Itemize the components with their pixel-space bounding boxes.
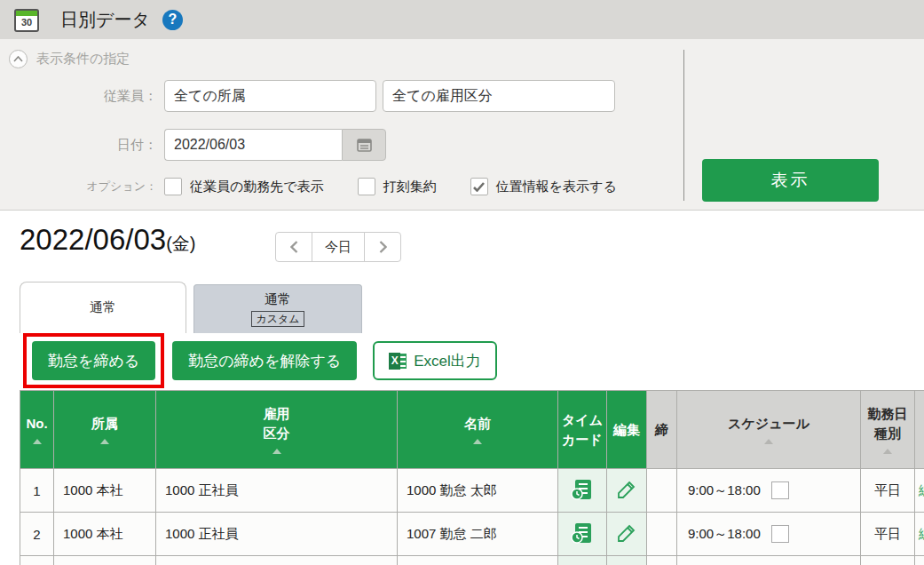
employment-type-input[interactable] (383, 80, 615, 112)
table-row-partial (20, 556, 924, 565)
checkbox-show-location[interactable] (470, 178, 488, 195)
edit-pencil-icon[interactable] (616, 522, 637, 544)
action-buttons: 勤怠を締める 勤怠の締めを解除する X Excel出力 (20, 333, 924, 388)
checkmark-icon (473, 182, 485, 192)
table-row: 2 1000 本社 1000 正社員 1007 勤怠 二郎 (20, 513, 924, 556)
checkbox-label: 位置情報を表示する (496, 179, 617, 195)
cell-department: 1000 本社 (54, 469, 156, 513)
unclose-attendance-button[interactable]: 勤怠の締めを解除する (172, 341, 357, 380)
tab-normal[interactable]: 通常 (20, 282, 186, 333)
cell-close (647, 469, 677, 513)
filter-panel: 表示条件の指定 従業員： 日付： オプション： 従業員の勤務先で表示 (0, 39, 924, 211)
col-header-name[interactable]: 名前 (398, 391, 558, 469)
col-header-schedule[interactable]: スケジュール (677, 391, 861, 469)
cell-timecard[interactable] (558, 513, 607, 556)
cell-close (647, 513, 677, 556)
sort-arrow-icon (473, 439, 482, 444)
chevron-up-icon (13, 56, 23, 62)
checkbox-label: 打刻集約 (383, 179, 437, 195)
close-attendance-button[interactable]: 勤怠を締める (32, 341, 155, 380)
cell-name: 1000 勤怠 太郎 (398, 469, 558, 513)
col-header-close: 締 (647, 391, 677, 469)
date-label: 日付： (0, 137, 164, 154)
cell-timecard[interactable] (558, 469, 607, 513)
employee-label: 従業員： (0, 88, 164, 105)
cell-department: 1000 本社 (54, 513, 156, 556)
schedule-time: 9:00～18:00 (688, 526, 761, 543)
excel-button-label: Excel出力 (414, 351, 481, 371)
cell-edit[interactable] (607, 513, 647, 556)
cell-schedule: 9:00～18:00 (677, 513, 861, 556)
cell-employment: 1000 正社員 (156, 469, 398, 513)
date-picker-button[interactable] (342, 129, 386, 161)
schedule-time: 9:00～18:00 (688, 482, 761, 499)
calendar-picker-icon (357, 138, 372, 152)
excel-export-button[interactable]: X Excel出力 (373, 341, 497, 380)
cell-schedule: 9:00～18:00 (677, 469, 861, 513)
current-date: 2022/06/03 (20, 223, 166, 256)
col-header-timecard: タイムカード (558, 391, 607, 469)
cell-cut-link[interactable]: 編 (915, 469, 924, 513)
col-header-edit: 編集 (607, 391, 647, 469)
filter-divider (683, 50, 684, 201)
cell-timecard[interactable] (558, 556, 607, 565)
excel-icon: X (389, 353, 407, 370)
cell-employment: 1000 正社員 (156, 513, 398, 556)
cell-cut-link[interactable]: 編 (915, 513, 924, 556)
sort-arrow-icon (100, 439, 109, 444)
sort-arrow-icon (883, 449, 892, 454)
main-content: 2022/06/03(金) 今日 通常 通常 カスタム 勤怠を締める 勤怠の (0, 223, 924, 565)
calendar-icon: 30 (12, 7, 41, 32)
edit-pencil-icon[interactable] (616, 479, 637, 500)
help-icon[interactable]: ? (162, 10, 183, 30)
cell-no: 2 (20, 513, 54, 556)
col-header-no[interactable]: No. (20, 391, 54, 469)
cell-name: 1007 勤怠 二郎 (398, 513, 558, 556)
filter-section-title: 表示条件の指定 (36, 51, 130, 68)
chevron-left-icon (290, 241, 298, 253)
daily-data-table: No. 所属 雇用区分 名前 タイムカード 編集 締 スケジュール 勤務日種別 (20, 390, 924, 565)
cell-no: 1 (20, 469, 54, 513)
cell-edit[interactable] (607, 556, 647, 565)
prev-day-button[interactable] (275, 232, 312, 262)
tab-normal-custom[interactable]: 通常 カスタム (193, 284, 362, 333)
chevron-right-icon (379, 241, 387, 253)
display-button[interactable]: 表示 (702, 159, 879, 202)
col-header-employment[interactable]: 雇用区分 (156, 391, 398, 469)
department-input[interactable] (164, 80, 376, 112)
checkbox-label: 従業員の勤務先で表示 (190, 179, 324, 195)
col-header-department[interactable]: 所属 (54, 391, 156, 469)
col-header-cut (915, 391, 924, 469)
col-header-workday-type[interactable]: 勤務日種別 (861, 391, 915, 469)
checkbox-punch-aggregate[interactable] (358, 178, 375, 195)
today-button[interactable]: 今日 (312, 232, 365, 262)
next-day-button[interactable] (364, 232, 401, 262)
current-weekday: (金) (166, 234, 195, 253)
sort-arrow-icon (272, 449, 281, 454)
page-title: 日別データ (60, 8, 150, 32)
timecard-icon[interactable] (571, 521, 594, 545)
custom-badge: カスタム (251, 311, 304, 327)
topbar: 30 日別データ ? (0, 0, 924, 39)
tab-label: 通常 (265, 291, 291, 308)
tab-bar: 通常 通常 カスタム (20, 282, 924, 333)
date-nav: 今日 (275, 232, 401, 262)
sort-arrow-icon (764, 439, 773, 444)
red-highlight-box: 勤怠を締める (23, 333, 164, 388)
collapse-icon[interactable] (9, 50, 28, 68)
checkbox-show-by-workplace[interactable] (164, 178, 182, 195)
schedule-checkbox[interactable] (771, 525, 789, 543)
schedule-checkbox[interactable] (771, 481, 789, 499)
date-input[interactable] (164, 129, 342, 161)
table-row: 1 1000 本社 1000 正社員 1000 勤怠 太郎 (20, 469, 924, 513)
table-header-row: No. 所属 雇用区分 名前 タイムカード 編集 締 スケジュール 勤務日種別 (20, 391, 924, 469)
timecard-icon[interactable] (571, 478, 594, 501)
cell-edit[interactable] (607, 469, 647, 513)
cell-day-type: 平日 (861, 513, 915, 556)
options-label: オプション： (0, 179, 164, 195)
cell-day-type: 平日 (861, 469, 915, 513)
sort-arrow-icon (33, 439, 42, 444)
